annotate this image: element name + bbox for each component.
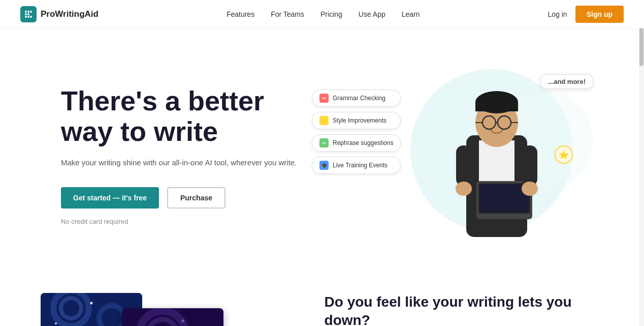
- art-container: My idea in my head: [41, 293, 244, 326]
- person-svg: [446, 74, 548, 247]
- svg-rect-14: [522, 145, 537, 186]
- scrollbar[interactable]: [639, 0, 644, 326]
- cta-suffix: — it's free: [113, 194, 147, 202]
- hero-illustration: [431, 64, 563, 247]
- svg-rect-4: [475, 102, 518, 111]
- hero-left: There's a better way to write Make your …: [61, 86, 305, 225]
- rephrase-icon: ✏: [319, 138, 329, 147]
- nav-pricing[interactable]: Pricing: [320, 10, 342, 18]
- nav-use-app[interactable]: Use App: [359, 10, 385, 18]
- star-badge: ⭐: [555, 145, 573, 164]
- logo-icon: [20, 6, 37, 22]
- pill-rephrase: ✏ Rephrase suggestions: [312, 134, 401, 152]
- nav-learn[interactable]: Learn: [402, 10, 420, 18]
- svg-point-16: [522, 182, 538, 196]
- pill-grammar-label: Grammar Checking: [333, 95, 385, 102]
- svg-point-15: [456, 182, 472, 196]
- pill-style: ⚡ Style Improvements: [312, 112, 401, 129]
- hero-section: There's a better way to write Make your …: [0, 28, 644, 273]
- art-card-svg: [122, 308, 223, 326]
- logo-svg: [23, 9, 34, 19]
- hero-right: ...and more! ✏ Grammar Checking ⚡ Style …: [332, 59, 603, 252]
- svg-rect-13: [456, 145, 471, 186]
- svg-point-31: [181, 319, 184, 322]
- pill-grammar: ✏ Grammar Checking: [312, 90, 401, 107]
- second-title: Do you feel like your writing lets you d…: [325, 293, 603, 326]
- second-right-content: Do you feel like your writing lets you d…: [325, 293, 603, 326]
- second-section: My idea in my head: [0, 273, 644, 326]
- nav-for-teams[interactable]: For Teams: [271, 10, 304, 18]
- nav-features[interactable]: Features: [227, 10, 254, 18]
- svg-point-21: [55, 322, 57, 324]
- page-wrapper: ProWritingAid Features For Teams Pricing…: [0, 0, 644, 326]
- grammar-icon: ✏: [319, 94, 329, 103]
- brand-name: ProWritingAid: [41, 9, 99, 19]
- logo[interactable]: ProWritingAid: [20, 6, 99, 22]
- svg-point-22: [90, 302, 93, 305]
- pill-rephrase-label: Rephrase suggestions: [333, 139, 393, 146]
- feature-pills: ✏ Grammar Checking ⚡ Style Improvements …: [312, 90, 401, 174]
- hero-note: No credit card required: [61, 218, 305, 225]
- nav-actions: Log in Sign up: [548, 6, 624, 23]
- second-left-art: My idea in my head: [41, 293, 294, 326]
- purchase-button[interactable]: Purchase: [167, 187, 226, 209]
- nav-links: Features For Teams Pricing Use App Learn: [227, 10, 420, 18]
- training-icon: 🎓: [319, 161, 329, 170]
- navbar: ProWritingAid Features For Teams Pricing…: [0, 0, 644, 28]
- style-icon: ⚡: [319, 116, 329, 125]
- signup-button[interactable]: Sign up: [575, 6, 624, 23]
- hero-subtitle: Make your writing shine with our all-in-…: [61, 157, 305, 169]
- art-card-secondary: [122, 308, 223, 326]
- login-link[interactable]: Log in: [548, 10, 567, 18]
- get-started-button[interactable]: Get started — it's free: [61, 187, 159, 209]
- pill-style-label: Style Improvements: [333, 117, 387, 124]
- pill-training-label: Live Training Events: [333, 162, 388, 169]
- pill-training: 🎓 Live Training Events: [312, 157, 401, 174]
- hero-buttons: Get started — it's free Purchase: [61, 187, 305, 209]
- hero-title: There's a better way to write: [61, 86, 305, 146]
